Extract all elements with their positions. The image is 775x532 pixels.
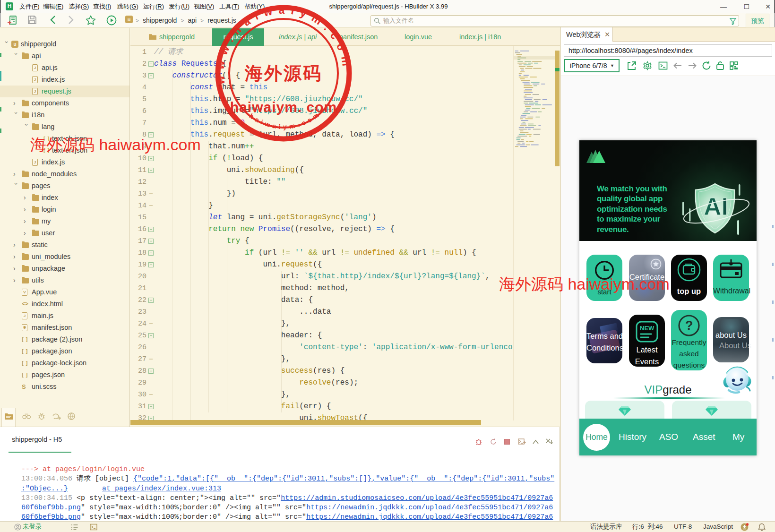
svg-text:海外源码: 海外源码 xyxy=(244,63,322,83)
svg-text:?: ? xyxy=(685,318,693,333)
svg-text:AI: AI xyxy=(704,193,728,220)
svg-text:NEW: NEW xyxy=(640,325,654,332)
svg-text:haiwaiym. com: haiwaiym. com xyxy=(230,99,337,115)
